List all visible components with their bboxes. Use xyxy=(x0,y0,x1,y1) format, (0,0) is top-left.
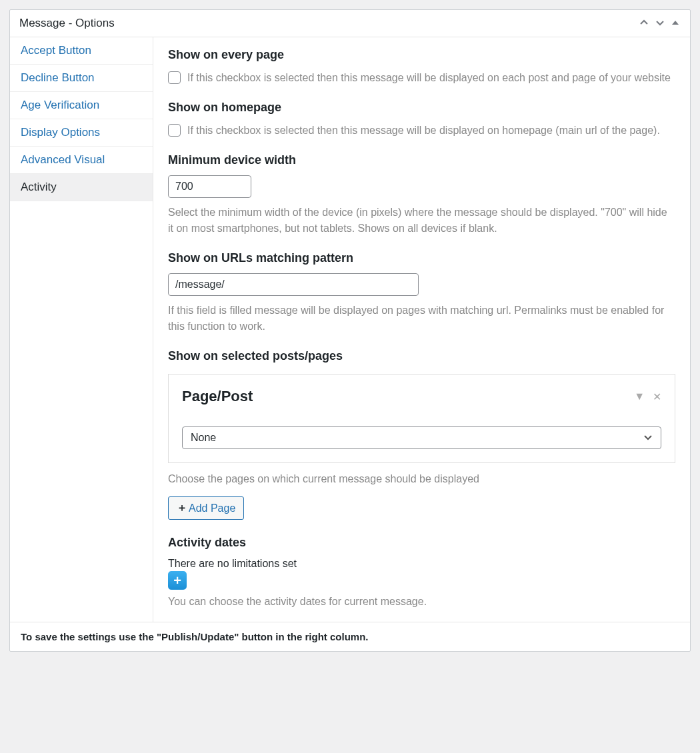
sidebar: Accept Button Decline Button Age Verific… xyxy=(10,37,153,622)
sidebar-item-decline-button[interactable]: Decline Button xyxy=(10,65,153,92)
sidebar-item-label: Decline Button xyxy=(21,71,95,84)
content-area: Show on every page If this checkbox is s… xyxy=(153,37,690,622)
plus-icon: + xyxy=(173,573,181,588)
add-activity-date-button[interactable]: + xyxy=(168,571,187,590)
sidebar-item-advanced-visual[interactable]: Advanced Visual xyxy=(10,147,153,174)
page-post-icons: ▼ ✕ xyxy=(634,390,661,403)
add-page-button[interactable]: ＋ Add Page xyxy=(168,496,244,520)
close-icon[interactable]: ✕ xyxy=(653,390,661,403)
heading-every-page: Show on every page xyxy=(168,48,675,62)
panel-footer-note: To save the settings use the "Publish/Up… xyxy=(10,622,690,651)
triangle-down-icon[interactable]: ▼ xyxy=(634,390,645,403)
sidebar-item-accept-button[interactable]: Accept Button xyxy=(10,37,153,65)
activity-status: There are no limitations set xyxy=(168,558,675,570)
heading-activity-dates: Activity dates xyxy=(168,536,675,550)
sidebar-item-label: Age Verification xyxy=(21,99,99,111)
page-post-title: Page/Post xyxy=(182,388,253,405)
sidebar-item-activity[interactable]: Activity xyxy=(10,174,153,201)
heading-homepage: Show on homepage xyxy=(168,101,675,115)
add-page-label: Add Page xyxy=(189,502,235,514)
sidebar-item-display-options[interactable]: Display Options xyxy=(10,119,153,147)
panel-title: Message - Options xyxy=(19,17,115,30)
help-activity-dates: You can choose the activity dates for cu… xyxy=(168,594,675,610)
checkbox-every-page[interactable] xyxy=(168,71,181,84)
panel-controls xyxy=(638,17,681,30)
help-selected-pages: Choose the pages on which current messag… xyxy=(168,471,675,487)
desc-every-page: If this checkbox is selected then this m… xyxy=(187,70,671,86)
row-homepage: If this checkbox is selected then this m… xyxy=(168,123,675,139)
move-down-icon[interactable] xyxy=(654,17,666,30)
heading-selected-pages: Show on selected posts/pages xyxy=(168,349,675,363)
select-page-post[interactable]: None xyxy=(182,426,661,449)
page-post-box: Page/Post ▼ ✕ None xyxy=(168,374,675,463)
input-url-pattern[interactable] xyxy=(168,273,419,296)
collapse-icon[interactable] xyxy=(670,17,681,29)
sidebar-item-label: Accept Button xyxy=(21,44,91,57)
panel-body: Accept Button Decline Button Age Verific… xyxy=(10,37,690,622)
select-value: None xyxy=(191,432,216,444)
input-min-width[interactable] xyxy=(168,175,251,198)
heading-url-pattern: Show on URLs matching pattern xyxy=(168,251,675,265)
chevron-down-icon xyxy=(643,432,653,444)
sidebar-item-label: Advanced Visual xyxy=(21,153,105,166)
activity-dates-section: Activity dates There are no limitations … xyxy=(168,536,675,610)
sidebar-item-label: Display Options xyxy=(21,126,100,139)
sidebar-item-label: Activity xyxy=(21,181,57,193)
heading-min-width: Minimum device width xyxy=(168,153,675,167)
help-min-width: Select the minimum width of the device (… xyxy=(168,205,675,237)
checkbox-homepage[interactable] xyxy=(168,124,181,137)
help-url-pattern: If this field is filled message will be … xyxy=(168,303,675,335)
options-panel: Message - Options Accept Button Decline … xyxy=(9,9,691,652)
plus-icon: ＋ xyxy=(177,501,187,515)
move-up-icon[interactable] xyxy=(638,17,650,30)
sidebar-item-age-verification[interactable]: Age Verification xyxy=(10,92,153,119)
panel-header: Message - Options xyxy=(10,10,690,37)
row-every-page: If this checkbox is selected then this m… xyxy=(168,70,675,86)
desc-homepage: If this checkbox is selected then this m… xyxy=(187,123,660,139)
page-post-header: Page/Post ▼ ✕ xyxy=(182,388,661,405)
